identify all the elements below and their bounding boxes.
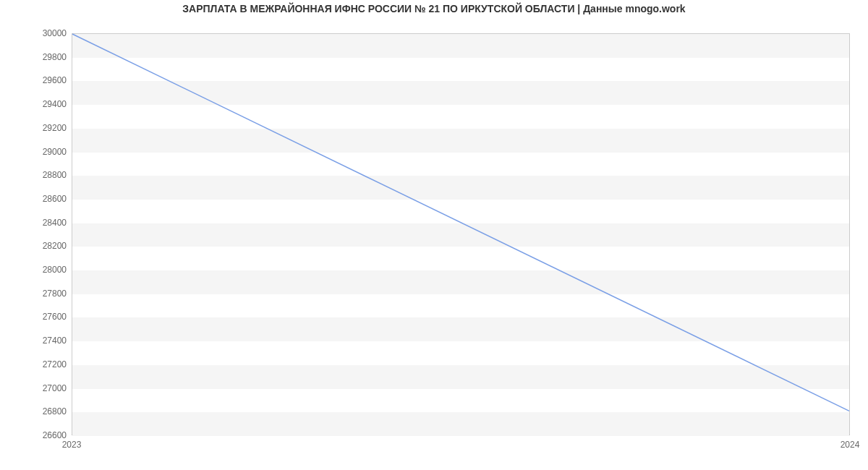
y-tick-label: 29800 — [9, 52, 67, 62]
plot-area — [72, 33, 850, 435]
y-tick-label: 27200 — [9, 359, 67, 369]
y-tick-label: 29000 — [9, 147, 67, 157]
y-tick-label: 28200 — [9, 241, 67, 251]
y-tick-label: 29600 — [9, 75, 67, 85]
y-tick-label: 29200 — [9, 123, 67, 133]
y-tick-label: 28600 — [9, 194, 67, 204]
y-tick-label: 28400 — [9, 218, 67, 228]
series-line — [72, 34, 849, 411]
y-tick-label: 27400 — [9, 336, 67, 346]
y-tick-label: 27600 — [9, 312, 67, 322]
y-tick-label: 28800 — [9, 170, 67, 180]
chart-title: ЗАРПЛАТА В МЕЖРАЙОННАЯ ИФНС РОССИИ № 21 … — [0, 3, 868, 14]
x-tick-label: 2024 — [841, 440, 860, 450]
y-tick-label: 26800 — [9, 406, 67, 416]
y-tick-label: 27800 — [9, 289, 67, 299]
x-tick-label: 2023 — [62, 440, 82, 450]
chart-container: ЗАРПЛАТА В МЕЖРАЙОННАЯ ИФНС РОССИИ № 21 … — [0, 0, 868, 470]
y-tick-label: 26600 — [9, 430, 67, 440]
line-series — [72, 34, 849, 435]
y-tick-label: 27000 — [9, 383, 67, 393]
y-tick-label: 29400 — [9, 99, 67, 109]
y-tick-label: 30000 — [9, 28, 67, 38]
y-tick-label: 28000 — [9, 265, 67, 275]
